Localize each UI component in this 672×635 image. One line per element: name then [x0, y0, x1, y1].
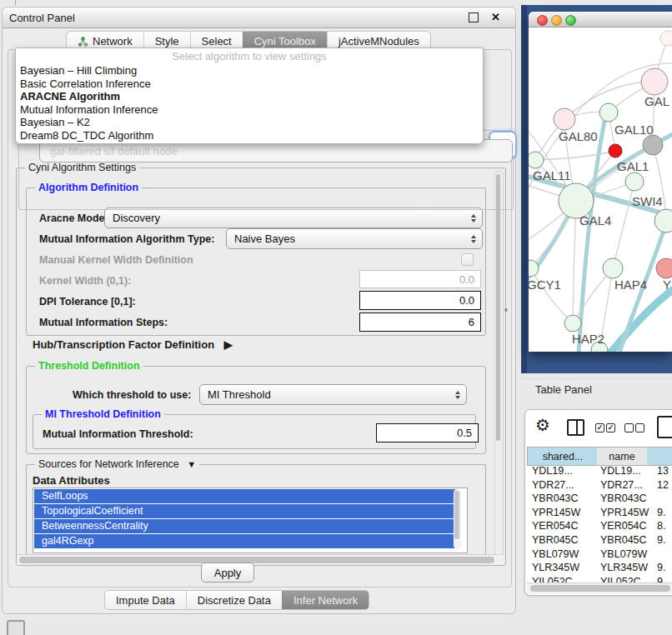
network-canvas[interactable]: GAL80GALGAL10GAL11GAL1GAL4SWI4GCY1HAP4YH… — [529, 27, 672, 352]
network-node-label: GAL80 — [559, 129, 598, 143]
sources-legend[interactable]: Sources for Network Inference ▼ — [35, 458, 199, 470]
network-node-hap2[interactable] — [564, 315, 581, 332]
network-node-gal[interactable] — [641, 68, 668, 95]
collapsed-panel-icon[interactable] — [7, 620, 25, 635]
table-cell: YIL052C — [532, 576, 573, 582]
new-table-icon[interactable] — [657, 416, 672, 438]
table-row[interactable]: YLR345WYLR345W9. — [525, 561, 672, 575]
manual-kernel-checkbox[interactable] — [461, 253, 474, 266]
column-header-2[interactable] — [647, 447, 672, 466]
bottom-tab-discretize-data[interactable]: Discretize Data — [186, 591, 282, 609]
table-row[interactable]: YPR145WYPR145W9. — [525, 506, 672, 520]
attribute-item-selfloops[interactable]: SelfLoops — [34, 489, 455, 503]
deselect-checkbox-icon[interactable] — [624, 423, 634, 432]
attributes-scrollbar[interactable] — [454, 489, 461, 549]
network-view-frame: GAL80GALGAL10GAL11GAL1GAL4SWI4GCY1HAP4YH… — [521, 5, 672, 373]
table-cell: YDL19... — [600, 465, 641, 477]
network-node-label: GAL — [644, 94, 669, 108]
panel-separator — [521, 378, 672, 379]
columns-icon[interactable] — [567, 419, 584, 436]
close-window-icon[interactable] — [537, 15, 548, 26]
select-all-checkbox-icon[interactable]: ✓ — [595, 423, 604, 432]
algorithm-option-mutual-information-inference[interactable]: Mutual Information Inference — [16, 103, 483, 117]
network-node-label: GCY1 — [529, 278, 561, 292]
table-cell: YPR145W — [600, 507, 649, 518]
table-cell: YBL079W — [532, 548, 579, 560]
attributes-scrollbar-thumb[interactable] — [454, 491, 459, 539]
which-threshold-combo[interactable]: MI Threshold — [199, 384, 467, 405]
deselect-checkbox-icon-2[interactable] — [635, 423, 644, 432]
column-header-shared-[interactable]: shared... — [527, 447, 599, 466]
table-hscrollbar-thumb[interactable] — [530, 585, 670, 592]
table-cell: YPR145W — [532, 507, 580, 518]
network-edge — [530, 268, 573, 323]
network-node[interactable] — [643, 135, 663, 155]
table-row[interactable]: YBR043CYBR043C — [525, 492, 672, 506]
zoom-window-icon[interactable] — [565, 15, 576, 26]
collapsed-arrow-icon: ▶ — [224, 338, 233, 351]
attribute-item-topologicalcoefficient[interactable]: TopologicalCoefficient — [34, 504, 455, 518]
table-cell: YER054C — [532, 520, 579, 532]
network-node[interactable] — [609, 144, 622, 158]
apply-button[interactable]: Apply — [201, 562, 254, 582]
table-cell: 9. — [657, 534, 665, 546]
column-header-name[interactable]: name — [597, 447, 648, 466]
settings-hscrollbar-thumb[interactable] — [19, 557, 494, 563]
table-cell: 13 — [657, 465, 669, 477]
table-cell: YLR345W — [532, 562, 579, 573]
table-row[interactable]: YBL079WYBL079W — [525, 548, 672, 562]
table-hscrollbar[interactable] — [527, 582, 672, 593]
table-cell: 12 — [657, 479, 669, 491]
mi-type-label: Mutual Information Algorithm Type: — [39, 233, 214, 245]
dpi-tolerance-label: DPI Tolerance [0,1]: — [39, 296, 136, 308]
table-row[interactable]: YIL052CYIL052C9. — [525, 575, 672, 582]
bottom-tab-infer-network[interactable]: Infer Network — [282, 591, 369, 609]
algorithm-option-aracne-algorithm[interactable]: ARACNE Algorithm — [16, 90, 483, 103]
select-all-checkbox-icon-2[interactable]: ✓ — [606, 423, 615, 432]
algorithm-option-bayesian-k2[interactable]: Bayesian – K2 — [16, 116, 483, 129]
minimize-window-icon[interactable] — [551, 15, 562, 26]
mi-threshold-legend: MI Threshold Definition — [42, 408, 164, 420]
table-row[interactable]: YDR27...YDR27...12 — [525, 478, 672, 492]
settings-hscrollbar[interactable] — [17, 554, 504, 565]
network-node-gal11[interactable] — [529, 152, 544, 168]
hub-definition-toggle[interactable]: Hub/Transcription Factor Definition ▶ — [33, 338, 233, 351]
algorithm-option-dream8-dc-tdc-algorithm[interactable]: Dream8 DC_TDC Algorithm — [16, 129, 483, 142]
network-window-titlebar[interactable] — [529, 12, 672, 28]
gear-icon[interactable]: ⚙ — [535, 415, 550, 435]
network-node[interactable] — [660, 31, 672, 46]
table-row[interactable]: YDL19...YDL19...13 — [525, 464, 672, 478]
expanded-arrow-icon: ▼ — [187, 459, 196, 469]
mi-steps-input[interactable]: 6 — [359, 312, 481, 332]
data-attributes-list: SelfLoopsTopologicalCoefficientBetweenne… — [33, 488, 468, 553]
dpi-tolerance-input[interactable]: 0.0 — [359, 291, 481, 310]
mi-type-combo[interactable]: Naive Bayes — [226, 228, 483, 249]
mi-threshold-input[interactable]: 0.5 — [376, 423, 479, 442]
network-node-label: GAL10 — [614, 122, 654, 137]
network-node-gal10[interactable] — [599, 103, 618, 122]
network-node-label: GAL4 — [579, 213, 611, 228]
network-node-gal80[interactable] — [554, 108, 575, 130]
table-panel-window: ⚙ ✓ ✓ shared...name YDL19...YDL19...13YD… — [524, 409, 672, 596]
table-row[interactable]: YER054CYER054C8. — [525, 519, 672, 533]
float-window-icon[interactable] — [469, 12, 479, 22]
aracne-mode-label: Aracne Mode: — [39, 212, 108, 224]
attribute-item-gal4rgexp[interactable]: gal4RGexp — [34, 534, 455, 548]
network-node-gal1[interactable] — [625, 172, 644, 191]
network-node-gcy1[interactable] — [529, 260, 539, 277]
settings-vscrollbar[interactable] — [494, 171, 504, 562]
table-row[interactable]: YBR045CYBR045C9. — [525, 533, 672, 548]
bottom-tab-impute-data[interactable]: Impute Data — [105, 591, 186, 609]
split-pane-handle[interactable] — [504, 308, 508, 312]
close-panel-icon[interactable]: ✕ — [491, 10, 500, 24]
control-panel-titlebar: Control Panel ✕ — [3, 8, 515, 28]
kernel-width-input[interactable]: 0.0 — [359, 270, 481, 288]
network-node-y[interactable] — [656, 258, 672, 278]
settings-vscrollbar-thumb[interactable] — [496, 174, 500, 441]
aracne-mode-combo[interactable]: Discovery — [104, 208, 483, 228]
network-node-hap4[interactable] — [603, 258, 623, 278]
algorithm-option-bayesian-hill-climbing[interactable]: Bayesian – Hill Climbing — [16, 64, 483, 78]
table-body: YDL19...YDL19...13YDR27...YDR27...12YBR0… — [525, 464, 672, 582]
attribute-item-betweennesscentrality[interactable]: BetweennessCentrality — [34, 519, 455, 533]
algorithm-option-basic-correlation-inference[interactable]: Basic Correlation Inference — [16, 78, 483, 91]
